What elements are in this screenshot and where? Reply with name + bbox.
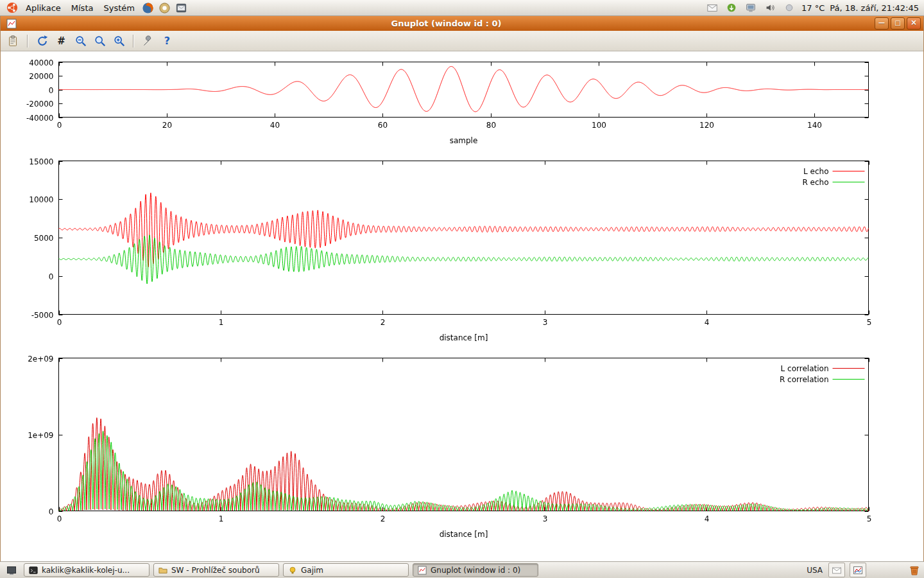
taskbar-item-gnuplot[interactable]: Gnuplot (window id : 0) <box>413 563 538 577</box>
menu-system-label: Systém <box>103 3 134 13</box>
help-button[interactable]: ? <box>158 33 176 49</box>
zoom-in-icon[interactable] <box>110 33 128 49</box>
system-tray: 17 °C Pá, 18. září, 21:42:45 <box>705 1 920 15</box>
toolbar-separator <box>133 35 134 48</box>
volume-icon[interactable] <box>763 1 777 15</box>
menu-system[interactable]: Systém <box>98 2 139 14</box>
ubuntu-logo-icon[interactable] <box>5 1 19 15</box>
terminal-icon <box>29 566 38 575</box>
menu-applications[interactable]: Aplikace <box>21 2 66 14</box>
taskbar-item-label: SW - Prohlížeč souborů <box>171 566 260 575</box>
gnuplot-icon <box>418 566 427 575</box>
weather-icon[interactable] <box>782 1 796 15</box>
taskbar-item-label: Gnuplot (window id : 0) <box>431 566 520 575</box>
plot-area <box>1 51 923 561</box>
taskbar-item-gajim[interactable]: Gajim <box>283 563 409 577</box>
trash-icon <box>908 564 921 577</box>
file-manager-icon <box>158 566 167 575</box>
taskbar-item-label: Gajim <box>301 566 323 575</box>
temperature-label[interactable]: 17 °C <box>801 3 825 13</box>
gnuplot-window: Gnuplot (window id : 0) — □ × # <box>0 16 924 561</box>
desktop-screen: Aplikace Místa Systém <box>0 0 924 578</box>
firefox-icon[interactable] <box>141 1 155 15</box>
close-button[interactable]: × <box>907 17 921 30</box>
correlation-chart[interactable] <box>1 350 923 552</box>
sample-waveform-chart[interactable] <box>1 51 923 153</box>
menu-places[interactable]: Místa <box>66 2 99 14</box>
tray-mail-icon[interactable] <box>705 1 719 15</box>
taskbar-item-file-browser[interactable]: SW - Prohlížeč souborů <box>153 563 279 577</box>
gnuplot-window-icon <box>4 17 19 31</box>
update-notifier-icon[interactable] <box>724 1 739 15</box>
menu-places-label: Místa <box>71 3 94 13</box>
maximize-button[interactable]: □ <box>891 17 905 30</box>
mail-notifier-icon[interactable] <box>828 563 845 577</box>
show-desktop-icon[interactable] <box>4 563 19 577</box>
menu-applications-label: Aplikace <box>26 3 61 13</box>
trash-applet[interactable] <box>908 564 921 577</box>
replot-icon[interactable] <box>33 33 51 49</box>
keyboard-layout-indicator[interactable]: USA <box>807 566 824 575</box>
toolbar-separator <box>27 35 28 48</box>
zoom-icon[interactable] <box>91 33 108 49</box>
display-icon[interactable] <box>744 1 758 15</box>
toolbar: # ? <box>1 31 923 51</box>
help-icon[interactable] <box>158 1 172 15</box>
window-title: Gnuplot (window id : 0) <box>20 19 873 28</box>
top-panel: Aplikace Místa Systém <box>0 0 924 16</box>
echo-chart[interactable] <box>1 153 923 350</box>
export-icon[interactable] <box>4 33 22 49</box>
taskbar: kaklik@kaklik-kolej-u... SW - Prohlížeč … <box>0 561 924 578</box>
gajim-icon <box>288 566 297 575</box>
titlebar[interactable]: Gnuplot (window id : 0) — □ × <box>1 16 923 31</box>
settings-icon[interactable] <box>139 33 157 49</box>
taskbar-item-terminal[interactable]: kaklik@kaklik-kolej-u... <box>24 563 150 577</box>
grid-icon[interactable]: # <box>53 33 70 49</box>
clock-applet[interactable]: Pá, 18. září, 21:42:45 <box>830 3 920 13</box>
taskbar-right: USA <box>807 563 921 577</box>
mail-client-icon[interactable] <box>175 1 189 15</box>
window-list-applet-icon[interactable] <box>850 563 866 577</box>
minimize-button[interactable]: — <box>875 17 889 30</box>
taskbar-item-label: kaklik@kaklik-kolej-u... <box>42 566 130 575</box>
zoom-out-icon[interactable] <box>72 33 89 49</box>
